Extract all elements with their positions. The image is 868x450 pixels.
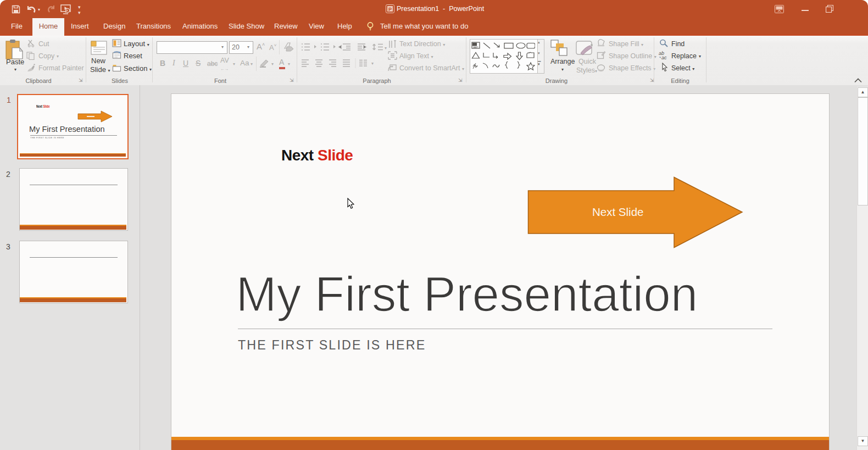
svg-text:P: P — [388, 7, 392, 12]
svg-text:ac: ac — [661, 55, 667, 60]
